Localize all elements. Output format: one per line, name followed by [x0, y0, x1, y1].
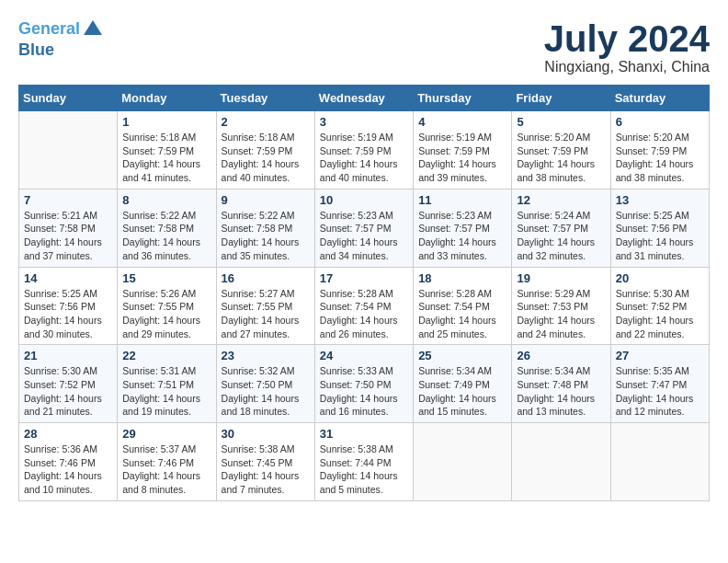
location: Ningxiang, Shanxi, China — [544, 59, 710, 75]
day-number: 13 — [616, 193, 704, 207]
day-number: 22 — [122, 349, 210, 362]
title-block: July 2024 Ningxiang, Shanxi, China — [544, 18, 710, 75]
day-number: 12 — [517, 193, 605, 207]
day-info: Sunrise: 5:23 AM Sunset: 7:57 PM Dayligh… — [418, 209, 506, 263]
day-number: 8 — [122, 193, 210, 207]
day-info: Sunrise: 5:24 AM Sunset: 7:57 PM Dayligh… — [517, 209, 605, 263]
calendar-cell: 19Sunrise: 5:29 AM Sunset: 7:53 PM Dayli… — [512, 267, 610, 345]
day-info: Sunrise: 5:25 AM Sunset: 7:56 PM Dayligh… — [616, 209, 704, 263]
calendar-cell — [414, 423, 512, 501]
day-number: 30 — [222, 427, 310, 441]
calendar-cell — [610, 423, 709, 501]
page-header: General Blue July 2024 Ningxiang, Shanxi… — [18, 18, 710, 75]
day-info: Sunrise: 5:19 AM Sunset: 7:59 PM Dayligh… — [418, 131, 506, 185]
day-number: 25 — [418, 349, 506, 362]
calendar-cell: 21Sunrise: 5:30 AM Sunset: 7:52 PM Dayli… — [19, 345, 118, 423]
day-info: Sunrise: 5:22 AM Sunset: 7:58 PM Dayligh… — [122, 209, 210, 263]
day-number: 11 — [418, 193, 506, 207]
day-info: Sunrise: 5:28 AM Sunset: 7:54 PM Dayligh… — [320, 287, 408, 341]
day-number: 26 — [517, 349, 605, 362]
month-title: July 2024 — [544, 18, 710, 59]
calendar-cell: 14Sunrise: 5:25 AM Sunset: 7:56 PM Dayli… — [19, 267, 118, 345]
calendar-cell: 25Sunrise: 5:34 AM Sunset: 7:49 PM Dayli… — [414, 345, 512, 423]
day-info: Sunrise: 5:19 AM Sunset: 7:59 PM Dayligh… — [320, 131, 408, 185]
day-info: Sunrise: 5:38 AM Sunset: 7:44 PM Dayligh… — [320, 442, 408, 497]
calendar-table: SundayMondayTuesdayWednesdayThursdayFrid… — [18, 85, 710, 501]
day-info: Sunrise: 5:33 AM Sunset: 7:50 PM Dayligh… — [320, 364, 408, 419]
calendar-cell: 23Sunrise: 5:32 AM Sunset: 7:50 PM Dayli… — [216, 345, 314, 423]
day-info: Sunrise: 5:34 AM Sunset: 7:48 PM Dayligh… — [517, 364, 605, 419]
weekday-header: Monday — [118, 86, 216, 111]
calendar-week-row: 7Sunrise: 5:21 AM Sunset: 7:58 PM Daylig… — [19, 189, 710, 267]
day-number: 18 — [418, 271, 506, 285]
day-info: Sunrise: 5:37 AM Sunset: 7:46 PM Dayligh… — [122, 442, 210, 497]
day-info: Sunrise: 5:20 AM Sunset: 7:59 PM Dayligh… — [517, 131, 605, 185]
calendar-cell: 9Sunrise: 5:22 AM Sunset: 7:58 PM Daylig… — [216, 189, 314, 267]
day-number: 9 — [222, 193, 310, 207]
calendar-week-row: 21Sunrise: 5:30 AM Sunset: 7:52 PM Dayli… — [19, 345, 710, 423]
day-number: 19 — [517, 271, 605, 285]
calendar-cell: 20Sunrise: 5:30 AM Sunset: 7:52 PM Dayli… — [610, 267, 709, 345]
calendar-cell: 30Sunrise: 5:38 AM Sunset: 7:45 PM Dayli… — [216, 423, 314, 501]
calendar-cell: 3Sunrise: 5:19 AM Sunset: 7:59 PM Daylig… — [314, 111, 413, 190]
day-number: 27 — [616, 349, 704, 362]
calendar-cell: 1Sunrise: 5:18 AM Sunset: 7:59 PM Daylig… — [118, 111, 216, 190]
day-number: 16 — [222, 271, 310, 285]
logo: General Blue — [18, 18, 104, 61]
day-info: Sunrise: 5:31 AM Sunset: 7:51 PM Dayligh… — [122, 364, 210, 419]
logo-text: General Blue — [18, 18, 104, 61]
weekday-header: Friday — [512, 86, 610, 111]
weekday-header: Saturday — [610, 86, 709, 111]
calendar-week-row: 1Sunrise: 5:18 AM Sunset: 7:59 PM Daylig… — [19, 111, 710, 190]
day-number: 3 — [320, 115, 408, 129]
day-info: Sunrise: 5:36 AM Sunset: 7:46 PM Dayligh… — [24, 442, 112, 497]
weekday-header: Wednesday — [314, 86, 413, 111]
day-info: Sunrise: 5:35 AM Sunset: 7:47 PM Dayligh… — [616, 364, 704, 419]
day-number: 4 — [418, 115, 506, 129]
calendar-cell: 18Sunrise: 5:28 AM Sunset: 7:54 PM Dayli… — [414, 267, 512, 345]
day-info: Sunrise: 5:23 AM Sunset: 7:57 PM Dayligh… — [320, 209, 408, 263]
day-info: Sunrise: 5:30 AM Sunset: 7:52 PM Dayligh… — [24, 364, 112, 419]
weekday-header: Tuesday — [216, 86, 314, 111]
day-info: Sunrise: 5:25 AM Sunset: 7:56 PM Dayligh… — [24, 287, 112, 341]
calendar-cell — [19, 111, 118, 190]
day-info: Sunrise: 5:20 AM Sunset: 7:59 PM Dayligh… — [616, 131, 704, 185]
calendar-cell: 12Sunrise: 5:24 AM Sunset: 7:57 PM Dayli… — [512, 189, 610, 267]
day-info: Sunrise: 5:30 AM Sunset: 7:52 PM Dayligh… — [616, 287, 704, 341]
day-number: 17 — [320, 271, 408, 285]
calendar-cell: 15Sunrise: 5:26 AM Sunset: 7:55 PM Dayli… — [118, 267, 216, 345]
calendar-cell: 13Sunrise: 5:25 AM Sunset: 7:56 PM Dayli… — [610, 189, 709, 267]
day-number: 24 — [320, 349, 408, 362]
calendar-cell: 4Sunrise: 5:19 AM Sunset: 7:59 PM Daylig… — [414, 111, 512, 190]
calendar-cell: 5Sunrise: 5:20 AM Sunset: 7:59 PM Daylig… — [512, 111, 610, 190]
day-info: Sunrise: 5:21 AM Sunset: 7:58 PM Dayligh… — [24, 209, 112, 263]
calendar-cell: 6Sunrise: 5:20 AM Sunset: 7:59 PM Daylig… — [610, 111, 709, 190]
day-info: Sunrise: 5:34 AM Sunset: 7:49 PM Dayligh… — [418, 364, 506, 419]
calendar-cell: 29Sunrise: 5:37 AM Sunset: 7:46 PM Dayli… — [118, 423, 216, 501]
day-info: Sunrise: 5:28 AM Sunset: 7:54 PM Dayligh… — [418, 287, 506, 341]
day-info: Sunrise: 5:29 AM Sunset: 7:53 PM Dayligh… — [517, 287, 605, 341]
day-number: 15 — [122, 271, 210, 285]
weekday-header: Thursday — [414, 86, 512, 111]
day-number: 7 — [24, 193, 112, 207]
day-info: Sunrise: 5:26 AM Sunset: 7:55 PM Dayligh… — [122, 287, 210, 341]
day-number: 31 — [320, 427, 408, 441]
calendar-cell: 10Sunrise: 5:23 AM Sunset: 7:57 PM Dayli… — [314, 189, 413, 267]
day-number: 20 — [616, 271, 704, 285]
day-number: 6 — [616, 115, 704, 129]
calendar-cell: 2Sunrise: 5:18 AM Sunset: 7:59 PM Daylig… — [216, 111, 314, 190]
day-info: Sunrise: 5:22 AM Sunset: 7:58 PM Dayligh… — [222, 209, 310, 263]
calendar-cell: 27Sunrise: 5:35 AM Sunset: 7:47 PM Dayli… — [610, 345, 709, 423]
day-number: 28 — [24, 427, 112, 441]
calendar-cell: 8Sunrise: 5:22 AM Sunset: 7:58 PM Daylig… — [118, 189, 216, 267]
svg-marker-0 — [84, 20, 102, 35]
calendar-cell — [512, 423, 610, 501]
calendar-cell: 22Sunrise: 5:31 AM Sunset: 7:51 PM Dayli… — [118, 345, 216, 423]
calendar-cell: 16Sunrise: 5:27 AM Sunset: 7:55 PM Dayli… — [216, 267, 314, 345]
calendar-cell: 17Sunrise: 5:28 AM Sunset: 7:54 PM Dayli… — [314, 267, 413, 345]
day-number: 21 — [24, 349, 112, 362]
day-number: 14 — [24, 271, 112, 285]
day-number: 23 — [222, 349, 310, 362]
calendar-cell: 11Sunrise: 5:23 AM Sunset: 7:57 PM Dayli… — [414, 189, 512, 267]
day-info: Sunrise: 5:38 AM Sunset: 7:45 PM Dayligh… — [222, 442, 310, 497]
